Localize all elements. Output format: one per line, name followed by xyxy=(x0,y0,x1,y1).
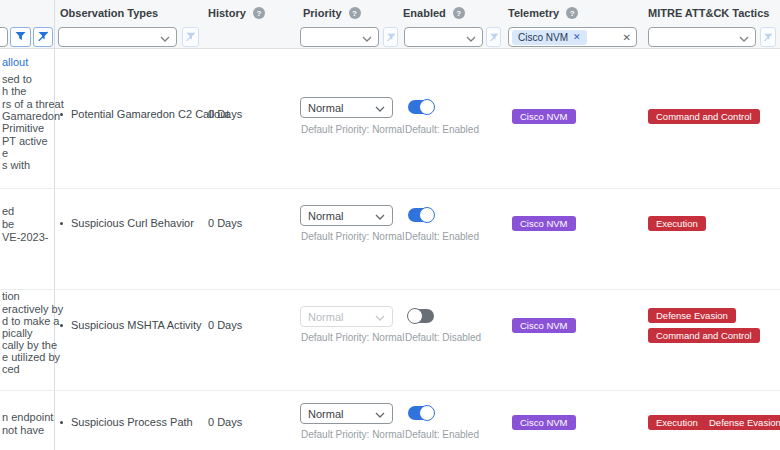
observation-type-cell: Suspicious Process Path xyxy=(60,416,193,428)
row-divider xyxy=(0,188,780,189)
truncated-description-line: s with xyxy=(2,159,30,171)
truncated-description-line: sed to xyxy=(2,73,32,85)
bullet-icon xyxy=(60,113,63,116)
row-divider xyxy=(0,390,780,391)
chevron-down-icon xyxy=(160,28,170,46)
priority-filter-clear-button[interactable] xyxy=(383,27,398,47)
mitre-tactics-filter-clear-button[interactable] xyxy=(760,27,776,47)
col-header-priority: Priority ? xyxy=(303,7,361,19)
tactic-badge: Execution xyxy=(648,216,706,231)
tactic-badge: Defense Evasion xyxy=(648,308,736,323)
help-icon[interactable]: ? xyxy=(453,7,465,19)
telemetry-badge: Cisco NVM xyxy=(512,109,576,124)
tactic-badge: Command and Control xyxy=(648,328,760,343)
chevron-down-icon xyxy=(466,28,476,46)
telemetry-badge: Cisco NVM xyxy=(512,415,576,430)
col-label: Enabled xyxy=(403,7,446,19)
enabled-toggle[interactable] xyxy=(408,406,434,420)
enabled-filter-clear-button[interactable] xyxy=(486,27,501,47)
truncated-description-line: cally by the xyxy=(2,339,57,351)
priority-value: Normal xyxy=(308,102,343,114)
input-clear-icon[interactable]: ✕ xyxy=(623,32,631,43)
truncated-description-line: d to make a xyxy=(2,315,59,327)
observation-types-filter-select[interactable] xyxy=(58,27,177,47)
history-cell: 0 Days xyxy=(208,217,242,229)
hidden-column-filter-input[interactable] xyxy=(0,27,8,47)
priority-default-label: Default Priority: Normal xyxy=(301,429,404,440)
truncated-description-line: pically xyxy=(2,327,33,339)
enabled-toggle[interactable] xyxy=(408,208,434,222)
filter-clear-icon xyxy=(386,30,396,45)
help-icon[interactable]: ? xyxy=(566,7,578,19)
priority-default-label: Default Priority: Normal xyxy=(301,332,404,343)
truncated-description-line: ed xyxy=(2,205,14,217)
truncated-description-line: rs of a threat xyxy=(2,98,64,110)
filter-clear-icon xyxy=(489,30,499,45)
col-header-observation-types: Observation Types xyxy=(60,7,158,19)
priority-select[interactable]: Normal xyxy=(300,205,393,226)
chip-label: Cisco NVM xyxy=(518,32,568,43)
col-header-telemetry: Telemetry ? xyxy=(508,7,578,19)
column-divider xyxy=(54,0,55,450)
priority-filter-select[interactable] xyxy=(300,27,379,47)
observation-type-label: Suspicious MSHTA Activity xyxy=(71,319,202,331)
bullet-icon xyxy=(60,222,63,225)
enabled-default-label: Default: Enabled xyxy=(405,231,479,242)
help-icon[interactable]: ? xyxy=(349,7,361,19)
enabled-filter-select[interactable] xyxy=(404,27,483,47)
col-label: Telemetry xyxy=(508,7,559,19)
clear-filters-button[interactable] xyxy=(33,27,53,47)
history-cell: 0 Days xyxy=(208,108,242,120)
truncated-description-line: h the xyxy=(2,85,26,97)
chevron-down-icon xyxy=(362,28,372,46)
col-label: Observation Types xyxy=(60,7,158,19)
chevron-down-icon xyxy=(375,210,385,222)
col-header-history: History ? xyxy=(208,7,265,19)
toggle-knob xyxy=(407,308,423,324)
enabled-toggle[interactable] xyxy=(408,309,434,323)
bullet-icon xyxy=(60,324,63,327)
priority-default-label: Default Priority: Normal xyxy=(301,124,404,135)
history-cell: 0 Days xyxy=(208,319,242,331)
telemetry-badge: Cisco NVM xyxy=(512,318,576,333)
filter-clear-icon xyxy=(185,30,196,45)
chevron-down-icon xyxy=(375,408,385,420)
observation-type-cell: Suspicious MSHTA Activity xyxy=(60,319,202,331)
enabled-toggle[interactable] xyxy=(408,100,434,114)
tactic-badge: Execution xyxy=(648,415,706,430)
help-icon[interactable]: ? xyxy=(253,7,265,19)
history-cell: 0 Days xyxy=(208,416,242,428)
observation-types-filter-clear-button[interactable] xyxy=(182,27,199,47)
truncated-description-line: eractively by xyxy=(2,303,63,315)
observation-type-label: Suspicious Curl Behavior xyxy=(71,217,194,229)
priority-select[interactable]: Normal xyxy=(300,403,393,424)
enabled-default-label: Default: Disabled xyxy=(405,332,481,343)
alert-title-link[interactable]: allout xyxy=(2,56,28,68)
truncated-description-line: VE-2023- xyxy=(2,231,48,243)
col-header-enabled: Enabled ? xyxy=(403,7,465,19)
telemetry-filter-input[interactable]: Cisco NVM ✕ ✕ xyxy=(508,27,637,47)
truncated-description-line: tion xyxy=(2,290,20,302)
mitre-tactics-filter-select[interactable] xyxy=(648,27,756,47)
truncated-description-line: n endpoint xyxy=(2,411,53,423)
truncated-description-line: e xyxy=(2,147,8,159)
telemetry-badge: Cisco NVM xyxy=(512,216,576,231)
telemetry-filter-chip: Cisco NVM ✕ xyxy=(512,30,587,45)
bullet-icon xyxy=(60,421,63,424)
col-label: MITRE ATT&CK Tactics xyxy=(648,7,769,19)
priority-select-disabled: Normal xyxy=(300,306,393,327)
truncated-description-line: ced xyxy=(2,363,20,375)
priority-value: Normal xyxy=(308,311,343,323)
tactic-badge: Command and Control xyxy=(648,109,760,124)
detections-table-page: Observation Types History ? Priority ? E… xyxy=(0,0,780,450)
priority-select[interactable]: Normal xyxy=(300,97,393,118)
row-divider xyxy=(0,289,780,290)
toggle-knob xyxy=(419,405,435,421)
apply-filters-button[interactable] xyxy=(10,27,31,47)
col-label: Priority xyxy=(303,7,342,19)
enabled-default-label: Default: Enabled xyxy=(405,429,479,440)
priority-value: Normal xyxy=(308,408,343,420)
observation-type-cell: Potential Gamaredon C2 Callout xyxy=(60,108,229,120)
chip-remove-icon[interactable]: ✕ xyxy=(573,32,581,42)
truncated-description-line: be xyxy=(2,218,14,230)
